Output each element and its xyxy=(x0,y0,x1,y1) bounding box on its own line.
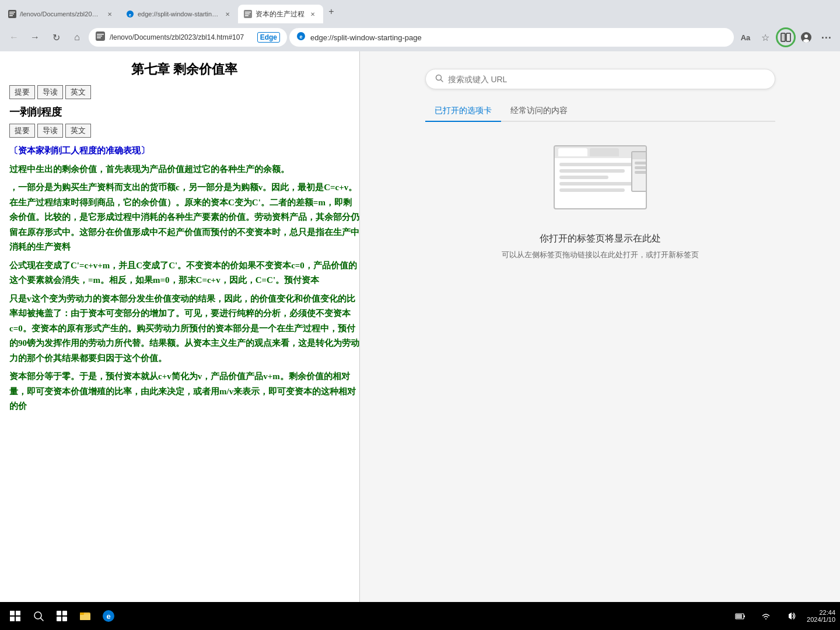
svg-rect-31 xyxy=(80,612,84,615)
right-url-text: edge://split-window-starting-page xyxy=(310,33,727,42)
taskbar-clock[interactable]: 22:44 2024/1/10 xyxy=(807,609,835,623)
back-button[interactable]: ← xyxy=(5,28,23,47)
left-url-text: /lenovo/Documents/zbl2023/zbl14.htm#107 xyxy=(110,33,253,41)
taskbar: e 22:44 2024/1/10 xyxy=(0,602,840,630)
left-address-bar[interactable]: /lenovo/Documents/zbl2023/zbl14.htm#107 … xyxy=(89,28,287,47)
nav-btn-english-1[interactable]: 英文 xyxy=(65,85,91,99)
svg-rect-28 xyxy=(62,617,67,621)
tab-ill-line-5 xyxy=(559,188,625,192)
tab-3-close[interactable]: ✕ xyxy=(308,9,317,19)
doc-para-1: 过程中生出的剩余价值，首先表现为产品价值超过它的各种生产的余额。 xyxy=(9,162,359,177)
tab-2[interactable]: e edge://split-window-starting-pa... ✕ xyxy=(120,5,238,23)
nav-btn-summary-1[interactable]: 提要 xyxy=(9,85,35,99)
nav-btn-guide-1[interactable]: 导读 xyxy=(37,85,63,99)
nav-buttons-1: 提要 导读 英文 xyxy=(9,85,359,99)
open-tabs-illustration xyxy=(554,145,647,209)
taskbar-search-button[interactable] xyxy=(28,606,49,626)
split-search-box[interactable] xyxy=(425,69,775,89)
nav-btn-summary-2[interactable]: 提要 xyxy=(9,124,35,138)
chapter-title: 第七章 剩余价值率 xyxy=(9,61,359,78)
svg-point-20 xyxy=(803,39,809,43)
taskbar-network-button[interactable] xyxy=(755,606,776,626)
split-search-input[interactable] xyxy=(448,75,765,84)
doc-link-text[interactable]: 〔资本家剥削工人程度的准确表现〕 xyxy=(9,144,359,159)
tab-1-label: /lenovo/Documents/zbl2023/zbl14.htm#107 xyxy=(20,10,102,18)
tab-ill-line-4 xyxy=(559,182,637,186)
right-split-pane: 已打开的选项卡 经常访问的内容 xyxy=(360,51,840,602)
profile-button[interactable] xyxy=(797,28,816,47)
tab-2-close[interactable]: ✕ xyxy=(223,9,232,19)
document-content: 第七章 剩余价值率 提要 导读 英文 一剥削程度 提要 导读 英文 〔资本家剥削… xyxy=(0,51,359,427)
svg-rect-7 xyxy=(245,12,251,13)
split-tab-open[interactable]: 已打开的选项卡 xyxy=(425,101,501,122)
svg-line-24 xyxy=(41,618,44,621)
taskbar-explorer-button[interactable] xyxy=(75,606,96,626)
taskbar-start-button[interactable] xyxy=(5,606,26,626)
settings-button[interactable]: ⋯ xyxy=(817,28,835,47)
svg-text:e: e xyxy=(299,34,302,40)
split-pane-tabs: 已打开的选项卡 经常访问的内容 xyxy=(425,101,775,122)
nav-buttons-2: 提要 导读 英文 xyxy=(9,124,359,138)
svg-rect-26 xyxy=(62,611,67,615)
toolbar-right: Aa ☆ ⋯ xyxy=(736,27,835,47)
tab-1[interactable]: /lenovo/Documents/zbl2023/zbl14.htm#107 … xyxy=(2,5,120,23)
split-tab-frequent[interactable]: 经常访问的内容 xyxy=(501,101,577,122)
tab-1-close[interactable]: ✕ xyxy=(105,9,114,19)
tab-illustration-graphic xyxy=(554,145,647,209)
read-aloud-button[interactable]: Aa xyxy=(736,28,755,47)
svg-text:e: e xyxy=(106,612,110,621)
browser-window: /lenovo/Documents/zbl2023/zbl14.htm#107 … xyxy=(0,0,840,630)
svg-rect-12 xyxy=(97,36,102,37)
tab-ill-tab-2 xyxy=(590,148,619,156)
nav-btn-guide-2[interactable]: 导读 xyxy=(37,124,63,138)
tab-1-favicon xyxy=(8,10,16,18)
refresh-button[interactable]: ↻ xyxy=(47,28,65,47)
tab-bar: /lenovo/Documents/zbl2023/zbl14.htm#107 … xyxy=(0,0,840,23)
svg-rect-2 xyxy=(9,13,14,15)
tab-2-favicon: e xyxy=(126,10,134,18)
split-screen-button[interactable] xyxy=(776,27,796,47)
tab-3-label: 资本的生产过程 xyxy=(256,9,304,19)
taskbar-time-text: 22:44 xyxy=(819,609,835,616)
svg-rect-27 xyxy=(57,617,61,621)
address-favicon-right: e xyxy=(296,32,306,43)
svg-rect-3 xyxy=(9,15,13,16)
tab-ill-line-3 xyxy=(559,176,608,179)
tab-2-label: edge://split-window-starting-pa... xyxy=(138,10,219,18)
left-document-pane: 第七章 剩余价值率 提要 导读 英文 一剥削程度 提要 导读 英文 〔资本家剥削… xyxy=(0,51,360,602)
svg-rect-13 xyxy=(97,37,101,38)
svg-rect-25 xyxy=(57,611,61,615)
edge-badge[interactable]: Edge xyxy=(257,32,280,43)
address-bar: ← → ↻ ⌂ /lenovo/Documents/zbl2023/zbl14.… xyxy=(0,23,840,51)
favorites-button[interactable]: ☆ xyxy=(756,28,775,47)
doc-para-5: 资本部分等于零。于是，预付资本就从c+v简化为v，产品价值产品v+m。剩余价值的… xyxy=(9,369,359,414)
doc-para-3: 公式现在变成了C'=c+v+m，并且C变成了C'。不变资本的价如果不变资本c=0… xyxy=(9,258,359,288)
svg-rect-35 xyxy=(744,615,745,617)
taskbar-battery-button[interactable] xyxy=(730,606,751,626)
nav-btn-english-2[interactable]: 英文 xyxy=(65,124,91,138)
svg-rect-36 xyxy=(736,614,742,618)
svg-rect-30 xyxy=(80,614,90,620)
taskbar-taskview-button[interactable] xyxy=(51,606,72,626)
taskbar-edge-button[interactable]: e xyxy=(98,606,119,626)
address-favicon-left xyxy=(96,32,105,43)
tab-3-favicon xyxy=(244,10,252,18)
doc-para-2: ，一部分是为购买生产资料而支出的货币额c，另一部分是为购额v。因此，最初是C=c… xyxy=(9,180,359,255)
svg-rect-1 xyxy=(9,12,15,13)
home-button[interactable]: ⌂ xyxy=(68,28,86,47)
tab-ill-line-1 xyxy=(559,163,637,166)
split-info-title: 你打开的标签页将显示在此处 xyxy=(540,233,661,245)
svg-rect-9 xyxy=(245,15,249,16)
forward-button[interactable]: → xyxy=(26,28,44,47)
right-address-bar[interactable]: e edge://split-window-starting-page xyxy=(289,28,734,47)
tab-ill-tab-1 xyxy=(558,148,587,156)
doc-para-4: 只是v这个变为劳动力的资本部分发生价值变动的结果，因此，的价值变化和价值变化的比… xyxy=(9,292,359,366)
svg-line-22 xyxy=(440,80,443,82)
svg-text:e: e xyxy=(129,13,131,17)
svg-rect-17 xyxy=(786,33,790,41)
new-tab-button[interactable]: + xyxy=(323,4,340,20)
split-search-icon xyxy=(435,74,443,84)
windows-icon xyxy=(10,611,20,621)
tab-3-active[interactable]: 资本的生产过程 ✕ xyxy=(238,5,323,23)
taskbar-volume-button[interactable] xyxy=(781,606,802,626)
